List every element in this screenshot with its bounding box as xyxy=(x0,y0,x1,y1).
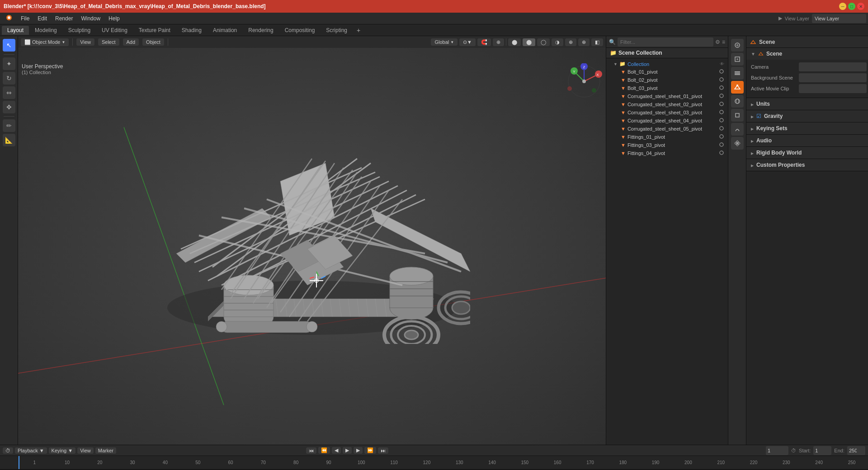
viewport-canvas[interactable]: User Perspective (1) Collection X Y xyxy=(18,48,606,445)
tab-uv-editing[interactable]: UV Editing xyxy=(96,26,133,35)
proportional-edit[interactable]: ⊕ xyxy=(493,38,504,46)
vis-icon[interactable] xyxy=(719,134,724,140)
overlay-material[interactable]: ◑ xyxy=(552,38,563,46)
list-item[interactable]: ▼ Fittings_03_pivot xyxy=(606,141,728,149)
jump-end-btn[interactable]: ⏭ xyxy=(378,447,388,454)
tab-modeling[interactable]: Modeling xyxy=(29,26,62,35)
list-item[interactable]: ▼ Corrugated_steel_sheet_04_pivot xyxy=(606,117,728,125)
prop-scene-icon[interactable] xyxy=(731,81,744,94)
scene-section-header[interactable]: ▼ Scene xyxy=(746,48,868,60)
tool-cursor[interactable]: ↖ xyxy=(3,39,15,52)
tool-move[interactable]: ✦ xyxy=(3,57,15,70)
gravity-checkbox[interactable]: ☑ xyxy=(756,113,761,119)
menu-help[interactable]: Help xyxy=(105,14,123,23)
prop-view-layer-icon[interactable] xyxy=(731,67,744,80)
close-button[interactable]: ✕ xyxy=(857,3,864,10)
prop-render-icon[interactable] xyxy=(731,39,744,52)
menu-window[interactable]: Window xyxy=(77,14,104,23)
viewport-gizmo[interactable]: X Y Z xyxy=(566,63,602,99)
list-item[interactable]: ▼ Bolt_02_pivot xyxy=(606,76,728,84)
vis-icon[interactable] xyxy=(719,69,724,75)
tab-shading[interactable]: Shading xyxy=(176,26,207,35)
movie-clip-input[interactable] xyxy=(799,84,867,93)
outliner-filter-icon[interactable]: ⚙ xyxy=(715,39,720,45)
next-frame-btn[interactable]: ▶ xyxy=(354,447,363,454)
start-frame-input[interactable] xyxy=(813,446,831,455)
prop-modifier-icon[interactable] xyxy=(731,123,744,136)
vis-icon[interactable] xyxy=(719,142,724,148)
units-header[interactable]: Units xyxy=(746,98,868,110)
background-scene-input[interactable] xyxy=(799,73,867,82)
prop-world-icon[interactable] xyxy=(731,95,744,108)
vis-icon[interactable] xyxy=(719,109,724,116)
list-item[interactable]: ▼ Corrugated_steel_sheet_01_pivot xyxy=(606,92,728,100)
gravity-header[interactable]: ☑ Gravity xyxy=(746,110,868,122)
tab-layout[interactable]: Layout xyxy=(2,26,29,35)
minimize-button[interactable]: ─ xyxy=(839,3,846,10)
prev-frame-btn[interactable]: ◀ xyxy=(332,447,341,454)
prop-physics-icon[interactable] xyxy=(731,137,744,150)
current-frame-input[interactable] xyxy=(766,446,788,455)
custom-props-header[interactable]: Custom Properties xyxy=(746,159,868,171)
vis-icon[interactable] xyxy=(719,77,724,83)
timeline-scrubber[interactable]: 1 10 20 30 40 50 60 70 80 90 100 110 120… xyxy=(0,456,868,469)
tab-add-button[interactable]: + xyxy=(353,25,364,35)
list-item[interactable]: ▼ Corrugated_steel_sheet_02_pivot xyxy=(606,100,728,108)
snap-toggle[interactable]: 🧲 xyxy=(477,38,491,46)
select-menu[interactable]: Select xyxy=(98,38,119,46)
vis-icon[interactable] xyxy=(719,126,724,132)
menu-file[interactable]: File xyxy=(17,14,33,23)
prev-keyframe-btn[interactable]: ⏪ xyxy=(318,447,330,454)
maximize-button[interactable]: □ xyxy=(848,3,855,10)
list-item[interactable]: ▼ Corrugated_steel_sheet_03_pivot xyxy=(606,108,728,117)
pivot-point[interactable]: ⊙▼ xyxy=(459,38,476,46)
overlay-toggle[interactable]: ⊕ xyxy=(578,38,590,46)
list-item[interactable]: ▼ Bolt_01_pivot xyxy=(606,68,728,76)
overlay-solid[interactable]: ⬤ xyxy=(523,38,535,46)
object-menu[interactable]: Object xyxy=(142,38,164,46)
audio-header[interactable]: Audio xyxy=(746,135,868,146)
jump-start-btn[interactable]: ⏮ xyxy=(306,447,316,454)
view-layer-input[interactable] xyxy=(812,14,866,23)
vis-icon[interactable] xyxy=(719,150,724,156)
mode-selector[interactable]: ⬜ Object Mode ▼ xyxy=(21,38,69,46)
view-btn[interactable]: View xyxy=(77,447,94,454)
next-keyframe-btn[interactable]: ⏩ xyxy=(364,447,376,454)
tool-rotate[interactable]: ↻ xyxy=(3,72,15,85)
tool-annotate[interactable]: ✏ xyxy=(3,119,15,132)
vis-icon[interactable] xyxy=(719,118,724,124)
timeline-mode-btn[interactable]: ⏱ xyxy=(3,447,13,454)
overlay-rendered[interactable]: ⬤ xyxy=(508,38,521,46)
rigid-body-header[interactable]: Rigid Body World xyxy=(746,147,868,159)
collection-eye-icon[interactable]: 👁 xyxy=(720,61,724,66)
xray-toggle[interactable]: ◧ xyxy=(591,38,603,46)
menu-blender[interactable] xyxy=(2,13,16,24)
outliner-search-icon[interactable]: 🔍 xyxy=(609,39,616,45)
playhead[interactable] xyxy=(19,456,19,469)
vis-icon[interactable] xyxy=(719,93,724,99)
collection-root[interactable]: ▼ 📁 Collection 👁 xyxy=(606,60,728,68)
tool-scale[interactable]: ⇔ xyxy=(3,86,15,99)
end-frame-input[interactable] xyxy=(847,446,865,455)
marker-btn[interactable]: Marker xyxy=(95,447,116,454)
tool-measure[interactable]: 📐 xyxy=(3,134,15,146)
outliner-search-input[interactable] xyxy=(618,38,713,47)
list-item[interactable]: ▼ Fittings_04_pivot xyxy=(606,149,728,157)
view-menu[interactable]: View xyxy=(76,38,94,46)
prop-output-icon[interactable] xyxy=(731,53,744,66)
keying-btn[interactable]: Keying ▼ xyxy=(49,447,76,454)
overlay-wireframe[interactable]: ◯ xyxy=(537,38,550,46)
vis-icon[interactable] xyxy=(719,101,724,108)
keying-sets-header[interactable]: Keying Sets xyxy=(746,122,868,134)
playback-btn[interactable]: Playback ▼ xyxy=(15,447,47,454)
tab-animation[interactable]: Animation xyxy=(208,26,242,35)
viewport[interactable]: ⬜ Object Mode ▼ View Select Add Object G… xyxy=(18,36,606,445)
list-item[interactable]: ▼ Bolt_03_pivot xyxy=(606,84,728,92)
list-item[interactable]: ▼ Corrugated_steel_sheet_05_pivot xyxy=(606,125,728,133)
camera-input[interactable] xyxy=(799,62,867,71)
play-btn[interactable]: ▶ xyxy=(343,447,352,454)
tab-texture-paint[interactable]: Texture Paint xyxy=(133,26,176,35)
vis-icon[interactable] xyxy=(719,85,724,91)
list-item[interactable]: ▼ Fittings_01_pivot xyxy=(606,133,728,141)
menu-render[interactable]: Render xyxy=(52,14,76,23)
